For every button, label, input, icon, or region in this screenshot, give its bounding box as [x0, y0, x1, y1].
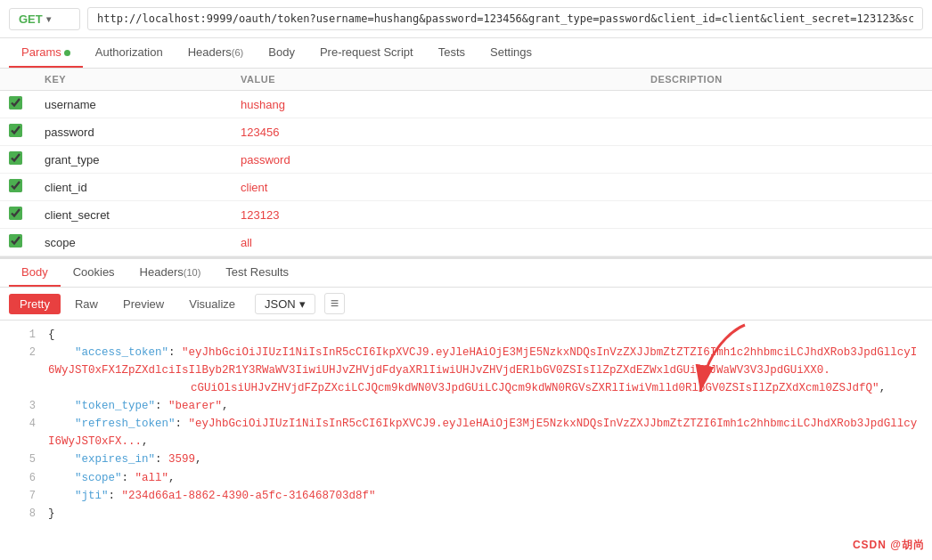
param-key: grant_type — [36, 146, 232, 174]
param-desc — [642, 146, 932, 174]
param-value: password — [232, 146, 642, 174]
param-desc — [642, 229, 932, 256]
tab-response-headers[interactable]: Headers(10) — [127, 259, 214, 287]
format-label: JSON — [265, 297, 296, 311]
format-select[interactable]: JSON ▾ — [255, 294, 315, 314]
row-checkbox[interactable] — [9, 207, 22, 220]
visualize-btn[interactable]: Visualize — [178, 294, 246, 314]
row-checkbox[interactable] — [9, 96, 22, 110]
method-select[interactable]: GET ▾ — [9, 8, 80, 30]
json-line: 8} — [0, 505, 932, 523]
table-row: username hushang — [0, 91, 932, 118]
tab-headers[interactable]: Headers(6) — [176, 38, 257, 68]
tab-pre-request[interactable]: Pre-request Script — [307, 38, 426, 68]
line-number: 4 — [9, 415, 36, 433]
table-row: client_secret 123123 — [0, 201, 932, 229]
row-checkbox[interactable] — [9, 151, 22, 165]
json-content: } — [48, 505, 923, 523]
chevron-down-icon: ▾ — [46, 14, 51, 24]
url-input[interactable] — [87, 7, 923, 30]
row-checkbox[interactable] — [9, 179, 22, 192]
json-line: 2 "access_token": "eyJhbGciOiJIUzI1NiIsI… — [0, 344, 932, 397]
tab-response-body[interactable]: Body — [9, 259, 61, 287]
json-content: "access_token": "eyJhbGciOiJIUzI1NiIsInR… — [48, 344, 923, 397]
line-number: 3 — [9, 397, 36, 415]
line-number: 2 — [9, 344, 36, 361]
params-section: KEY VALUE DESCRIPTION username hushang p… — [0, 69, 932, 256]
preview-btn[interactable]: Preview — [112, 294, 175, 314]
param-value: 123123 — [232, 201, 642, 229]
line-number: 6 — [9, 469, 36, 487]
param-desc — [642, 91, 932, 118]
param-desc — [642, 201, 932, 229]
col-desc-header: DESCRIPTION — [642, 69, 932, 91]
tab-authorization[interactable]: Authorization — [83, 38, 176, 68]
json-viewer: 1{2 "access_token": "eyJhbGciOiJIUzI1NiI… — [0, 321, 932, 528]
param-desc — [642, 174, 932, 201]
pretty-btn[interactable]: Pretty — [9, 294, 61, 314]
table-row: grant_type password — [0, 146, 932, 174]
tab-tests[interactable]: Tests — [426, 38, 478, 68]
row-checkbox[interactable] — [9, 124, 22, 137]
json-content: "jti": "234d66a1-8862-4390-a5fc-31646870… — [48, 487, 923, 505]
url-bar: GET ▾ — [0, 0, 932, 38]
param-value: 123456 — [232, 118, 642, 146]
param-desc — [642, 118, 932, 146]
json-line: 1{ — [0, 326, 932, 344]
line-number: 1 — [9, 326, 36, 344]
table-row: scope all — [0, 229, 932, 256]
line-number: 5 — [9, 450, 36, 468]
json-line: 3 "token_type": "bearer", — [0, 397, 932, 415]
nav-tabs: Params Authorization Headers(6) Body Pre… — [0, 38, 932, 69]
table-row: client_id client — [0, 174, 932, 201]
json-section: 1{2 "access_token": "eyJhbGciOiJIUzI1NiI… — [0, 321, 932, 528]
tab-body[interactable]: Body — [256, 38, 307, 68]
param-key: password — [36, 118, 232, 146]
col-key-header: KEY — [36, 69, 232, 91]
param-key: scope — [36, 229, 232, 256]
tab-response-cookies[interactable]: Cookies — [61, 259, 127, 287]
tab-settings[interactable]: Settings — [478, 38, 544, 68]
line-number: 8 — [9, 505, 36, 523]
wrap-btn[interactable]: ≡ — [324, 293, 345, 314]
json-content: "refresh_token": "eyJhbGciOiJIUzI1NiIsIn… — [48, 415, 923, 450]
param-key: username — [36, 91, 232, 118]
json-content: { — [48, 326, 923, 344]
tab-test-results[interactable]: Test Results — [213, 259, 301, 287]
response-tabs: Body Cookies Headers(10) Test Results — [0, 259, 932, 288]
params-dot — [64, 50, 70, 56]
raw-btn[interactable]: Raw — [64, 294, 109, 314]
view-toolbar: Pretty Raw Preview Visualize JSON ▾ ≡ — [0, 288, 932, 321]
param-value: client — [232, 174, 642, 201]
row-checkbox[interactable] — [9, 234, 22, 248]
method-label: GET — [19, 12, 43, 26]
json-line: 7 "jti": "234d66a1-8862-4390-a5fc-316468… — [0, 487, 932, 505]
col-value-header: VALUE — [232, 69, 642, 91]
json-content: "scope": "all", — [48, 469, 923, 487]
param-key: client_id — [36, 174, 232, 201]
json-line: 6 "scope": "all", — [0, 469, 932, 487]
json-content: "token_type": "bearer", — [48, 397, 923, 415]
col-checkbox — [0, 69, 36, 91]
json-content: "expires_in": 3599, — [48, 450, 923, 468]
tab-params[interactable]: Params — [9, 38, 83, 68]
json-line: 4 "refresh_token": "eyJhbGciOiJIUzI1NiIs… — [0, 415, 932, 450]
line-number: 7 — [9, 487, 36, 505]
table-row: password 123456 — [0, 118, 932, 146]
param-key: client_secret — [36, 201, 232, 229]
param-value: all — [232, 229, 642, 256]
chevron-down-icon: ▾ — [299, 297, 306, 311]
param-value: hushang — [232, 91, 642, 118]
json-line: 5 "expires_in": 3599, — [0, 450, 932, 468]
